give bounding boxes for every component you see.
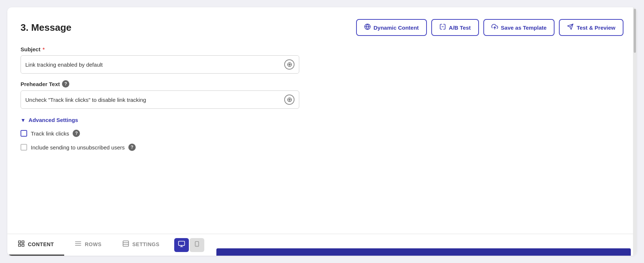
subject-input[interactable] bbox=[25, 62, 284, 68]
plus-icon: ⊕ bbox=[287, 60, 292, 68]
dynamic-content-icon bbox=[364, 23, 371, 32]
settings-tab-label: SETTINGS bbox=[132, 241, 160, 247]
content-tab-label: CONTENT bbox=[28, 241, 54, 247]
page-title: 3. Message bbox=[21, 22, 72, 33]
preheader-add-button[interactable]: ⊕ bbox=[284, 95, 294, 105]
ab-test-label: A/B Test bbox=[449, 25, 471, 31]
view-toggle-group bbox=[174, 234, 204, 256]
include-unsubscribed-checkbox[interactable] bbox=[21, 144, 27, 151]
include-unsubscribed-label: Include sending to unsubscribed users bbox=[31, 144, 125, 151]
save-template-button[interactable]: Save as Template bbox=[483, 19, 555, 36]
tab-settings[interactable]: SETTINGS bbox=[112, 234, 170, 256]
subject-label: Subject * bbox=[21, 46, 299, 52]
settings-tab-icon bbox=[122, 240, 129, 249]
svg-rect-17 bbox=[195, 241, 198, 246]
preheader-label: Preheader Text ? bbox=[21, 80, 299, 88]
tab-rows[interactable]: ROWS bbox=[64, 234, 112, 256]
tab-group: CONTENT ROWS SETTINGS bbox=[7, 234, 170, 256]
plus-icon-2: ⊕ bbox=[287, 96, 292, 104]
content-preview-bar bbox=[216, 248, 631, 256]
save-template-icon bbox=[491, 23, 498, 32]
preheader-input-wrapper: ⊕ bbox=[21, 90, 299, 109]
required-star: * bbox=[43, 47, 44, 52]
subject-add-button[interactable]: ⊕ bbox=[284, 59, 294, 70]
scrollbar[interactable] bbox=[633, 7, 637, 256]
rows-tab-icon bbox=[74, 240, 82, 249]
advanced-settings-toggle[interactable]: ▼ Advanced Settings bbox=[21, 117, 299, 123]
svg-rect-4 bbox=[19, 241, 21, 243]
form-section: Subject * ⊕ Preheader Text ? ⊕ bbox=[21, 46, 299, 151]
svg-rect-7 bbox=[22, 244, 24, 246]
include-unsubscribed-help-icon[interactable]: ? bbox=[128, 144, 136, 151]
subject-input-wrapper: ⊕ bbox=[21, 55, 299, 74]
dynamic-content-button[interactable]: Dynamic Content bbox=[356, 19, 427, 36]
preheader-field-group: Preheader Text ? ⊕ bbox=[21, 80, 299, 109]
subject-field-group: Subject * ⊕ bbox=[21, 46, 299, 74]
track-link-clicks-help-icon[interactable]: ? bbox=[73, 130, 80, 137]
ab-test-icon bbox=[439, 23, 446, 32]
svg-rect-6 bbox=[19, 244, 21, 246]
svg-rect-14 bbox=[178, 241, 184, 246]
test-preview-icon bbox=[567, 23, 574, 32]
dynamic-content-label: Dynamic Content bbox=[374, 25, 419, 31]
preheader-help-icon[interactable]: ? bbox=[62, 80, 69, 88]
desktop-icon bbox=[178, 240, 185, 249]
main-card: 3. Message Dynamic Content A/B Test bbox=[7, 7, 637, 256]
preheader-input[interactable] bbox=[25, 97, 284, 103]
save-template-label: Save as Template bbox=[501, 25, 547, 31]
include-unsubscribed-row: Include sending to unsubscribed users ? bbox=[21, 144, 299, 151]
content-tab-icon bbox=[18, 240, 25, 249]
desktop-view-button[interactable] bbox=[174, 238, 189, 252]
track-link-clicks-row: Track link clicks ? bbox=[21, 130, 299, 137]
top-row: 3. Message Dynamic Content A/B Test bbox=[21, 19, 623, 36]
test-preview-label: Test & Preview bbox=[577, 25, 615, 31]
svg-rect-5 bbox=[22, 241, 24, 243]
mobile-icon bbox=[194, 240, 200, 249]
mobile-view-button[interactable] bbox=[190, 238, 204, 252]
toolbar-buttons: Dynamic Content A/B Test bbox=[356, 19, 624, 36]
track-link-clicks-label: Track link clicks bbox=[31, 130, 69, 137]
ab-test-button[interactable]: A/B Test bbox=[431, 19, 479, 36]
svg-rect-11 bbox=[123, 241, 128, 246]
track-link-clicks-checkbox[interactable] bbox=[21, 130, 27, 137]
rows-tab-label: ROWS bbox=[85, 241, 102, 247]
test-preview-button[interactable]: Test & Preview bbox=[559, 19, 623, 36]
tab-content[interactable]: CONTENT bbox=[7, 234, 64, 256]
scrollbar-thumb bbox=[634, 9, 636, 53]
chevron-down-icon: ▼ bbox=[21, 117, 26, 123]
advanced-settings-label: Advanced Settings bbox=[29, 117, 78, 123]
